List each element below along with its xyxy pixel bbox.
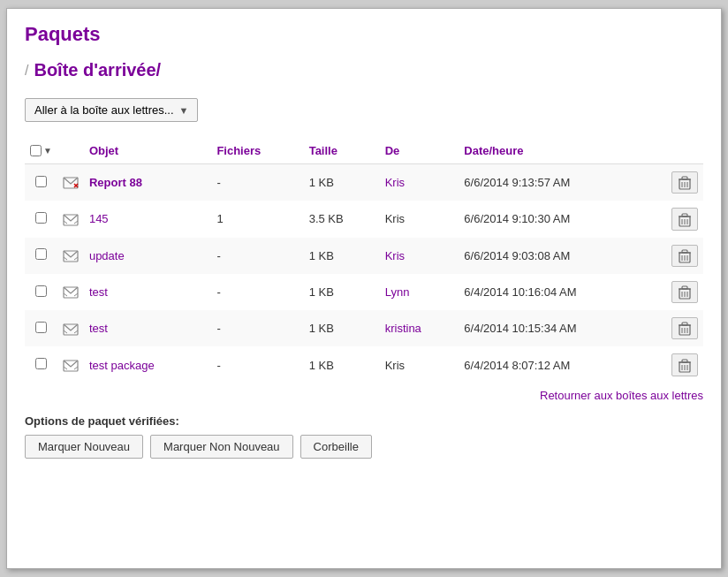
row-size: 1 KB	[304, 310, 380, 346]
breadcrumb-separator: /	[25, 63, 28, 79]
delete-button[interactable]	[671, 208, 698, 230]
subject-link[interactable]: test	[89, 322, 108, 335]
trash-button[interactable]: Corbeille	[300, 435, 372, 459]
breadcrumb: / Boîte d'arrivée/	[25, 60, 703, 80]
row-checkbox[interactable]	[35, 358, 47, 369]
from-link[interactable]: Kris	[385, 249, 405, 262]
row-icon-cell	[57, 238, 84, 274]
th-action	[666, 138, 703, 164]
message-icon	[63, 176, 79, 189]
svg-rect-26	[682, 286, 687, 289]
row-size: 1 KB	[304, 346, 380, 383]
mailbox-dropdown[interactable]: Aller à la boîte aux lettres... ▼	[25, 98, 198, 122]
table-row: test-1 KBkristina6/4/2014 10:15:34 AM	[25, 310, 703, 346]
delete-button[interactable]	[671, 281, 698, 303]
row-action	[666, 346, 703, 383]
row-checkbox-cell	[25, 164, 57, 201]
row-size: 3.5 KB	[304, 201, 380, 237]
subject-link[interactable]: test	[89, 285, 108, 299]
row-files: -	[211, 346, 303, 383]
row-date: 6/6/2014 9:10:30 AM	[459, 201, 666, 237]
messages-table: ▼ Objet Fichiers Taille De Date/heure Re…	[25, 138, 703, 383]
row-files: 1	[211, 201, 303, 237]
svg-rect-5	[682, 177, 687, 179]
row-files: -	[211, 274, 303, 310]
th-chevron-icon[interactable]: ▼	[43, 146, 52, 156]
row-from: Kris	[380, 201, 459, 237]
row-icon-cell	[57, 274, 84, 310]
th-subject: Objet	[84, 138, 211, 164]
message-icon	[63, 322, 79, 335]
row-from: Kris	[380, 238, 459, 274]
message-icon	[63, 358, 79, 371]
th-files: Fichiers	[211, 138, 303, 164]
message-icon	[63, 212, 79, 225]
row-checkbox[interactable]	[35, 212, 47, 224]
mark-not-new-button[interactable]: Marquer Non Nouveau	[150, 435, 293, 459]
row-checkbox[interactable]	[35, 248, 47, 260]
row-checkbox[interactable]	[35, 322, 47, 333]
chevron-down-icon: ▼	[179, 105, 189, 116]
row-checkbox[interactable]	[35, 176, 47, 187]
row-checkbox[interactable]	[35, 285, 47, 297]
message-icon	[63, 248, 79, 262]
row-size: 1 KB	[304, 274, 380, 310]
subject-link[interactable]: Report 88	[89, 176, 142, 189]
table-row: test package-1 KBKris6/4/2014 8:07:12 AM	[25, 346, 703, 383]
delete-button[interactable]	[671, 245, 698, 267]
table-row: test-1 KBLynn6/4/2014 10:16:04 AM	[25, 274, 703, 310]
row-from: kristina	[380, 310, 459, 346]
row-from: Kris	[380, 346, 459, 383]
row-files: -	[211, 238, 303, 274]
row-action	[666, 238, 703, 274]
row-subject: test package	[84, 346, 211, 383]
retourner-link[interactable]: Retourner aux boîtes aux lettres	[540, 389, 703, 402]
toolbar: Aller à la boîte aux lettres... ▼	[25, 98, 703, 122]
svg-rect-33	[682, 323, 687, 325]
row-action	[666, 274, 703, 310]
mark-new-button[interactable]: Marquer Nouveau	[25, 435, 143, 459]
from-link[interactable]: Lynn	[385, 285, 410, 299]
table-row: Report 88-1 KBKris6/6/2014 9:13:57 AM	[25, 164, 703, 201]
options-label: Options de paquet vérifiées:	[25, 414, 703, 428]
page-title: Paquets	[25, 23, 703, 46]
subject-link[interactable]: test package	[89, 359, 155, 372]
row-checkbox-cell	[25, 201, 57, 237]
svg-rect-19	[682, 250, 687, 253]
row-size: 1 KB	[304, 238, 380, 274]
row-action	[666, 201, 703, 237]
subject-link[interactable]: 145	[89, 212, 109, 225]
th-size: Taille	[304, 138, 380, 164]
row-subject: Report 88	[84, 164, 211, 201]
row-date: 6/6/2014 9:13:57 AM	[459, 164, 666, 201]
options-buttons: Marquer Nouveau Marquer Non Nouveau Corb…	[25, 435, 703, 459]
row-date: 6/6/2014 9:03:08 AM	[459, 238, 666, 274]
row-checkbox-cell	[25, 310, 57, 346]
row-files: -	[211, 310, 303, 346]
delete-button[interactable]	[671, 171, 698, 194]
row-date: 6/4/2014 8:07:12 AM	[459, 346, 666, 383]
subject-link[interactable]: update	[89, 249, 125, 262]
row-icon-cell	[57, 346, 84, 383]
th-from: De	[380, 138, 459, 164]
row-from: Kris	[380, 164, 459, 201]
delete-button[interactable]	[671, 317, 698, 339]
row-date: 6/4/2014 10:15:34 AM	[459, 310, 666, 346]
from-link[interactable]: kristina	[385, 322, 421, 335]
row-checkbox-cell	[25, 346, 57, 383]
row-size: 1 KB	[304, 164, 380, 201]
breadcrumb-label: Boîte d'arrivée/	[34, 60, 161, 80]
row-checkbox-cell	[25, 274, 57, 310]
row-subject: test	[84, 310, 211, 346]
row-files: -	[211, 164, 303, 201]
row-date: 6/4/2014 10:16:04 AM	[459, 274, 666, 310]
row-from: Lynn	[380, 274, 459, 310]
th-checkbox: ▼	[25, 138, 57, 164]
options-section: Options de paquet vérifiées: Marquer Nou…	[25, 414, 703, 459]
row-checkbox-cell	[25, 238, 57, 274]
from-link[interactable]: Kris	[385, 176, 405, 189]
delete-button[interactable]	[671, 353, 698, 376]
svg-rect-40	[682, 360, 687, 362]
row-action	[666, 310, 703, 346]
select-all-checkbox[interactable]	[30, 145, 42, 156]
